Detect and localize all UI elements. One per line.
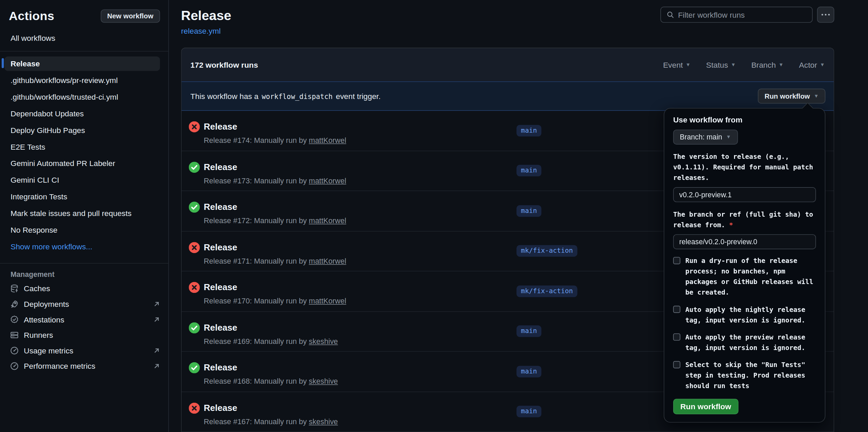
dry-run-checkbox-row[interactable]: Run a dry-run of the release process; no… (673, 256, 816, 298)
run-title[interactable]: Release (204, 242, 237, 252)
filter-workflow-runs-input-box[interactable] (660, 7, 813, 23)
nightly-tag-checkbox[interactable] (673, 306, 680, 313)
main-content: Release release.yml 172 workflow runs Ev… (169, 0, 868, 432)
run-description: Release #173: Manually run by mattKorwel (204, 177, 346, 185)
runs-count: 172 workflow runs (190, 60, 258, 69)
gauge-icon (10, 346, 19, 355)
sidebar-item-gemini-pr-labeler[interactable]: Gemini Automated PR Labeler (0, 155, 168, 172)
version-input[interactable] (673, 187, 816, 202)
management-item-label: Attestations (24, 315, 148, 324)
run-title[interactable]: Release (204, 403, 237, 413)
branch-badge[interactable]: main (516, 326, 541, 337)
skip-tests-checkbox[interactable] (673, 361, 680, 368)
workflow-dispatch-banner: This workflow has a workflow_dispatch ev… (182, 81, 834, 111)
branch-badge[interactable]: main (516, 205, 541, 217)
ref-help-text: The branch or ref (full git sha) to rele… (673, 209, 816, 230)
event-filter-dropdown[interactable]: Event▼ (663, 60, 691, 69)
rocket-icon (10, 300, 19, 309)
run-title[interactable]: Release (204, 282, 237, 292)
new-workflow-button[interactable]: New workflow (101, 10, 160, 23)
server-icon (10, 331, 19, 339)
required-asterisk: * (729, 221, 733, 229)
branch-filter-dropdown[interactable]: Branch▼ (751, 60, 784, 69)
sidebar-item-all-workflows[interactable]: All workflows (0, 30, 168, 47)
page-title: Release (181, 8, 231, 23)
failure-icon (189, 121, 200, 133)
main-header: Release release.yml (169, 0, 868, 44)
sidebar-item-usage-metrics[interactable]: Usage metrics (0, 343, 168, 359)
status-filter-dropdown[interactable]: Status▼ (706, 60, 736, 69)
actor-filter-dropdown[interactable]: Actor▼ (799, 60, 825, 69)
checkbox-label: Auto apply the preview release tag, inpu… (685, 332, 816, 353)
sidebar-item-trusted-ci[interactable]: .github/workflows/trusted-ci.yml (0, 89, 168, 105)
management-heading: Management (0, 264, 168, 281)
success-icon (189, 202, 200, 213)
run-title[interactable]: Release (204, 363, 237, 372)
actor-link[interactable]: skeshive (309, 417, 338, 426)
gauge-icon (10, 362, 19, 370)
management-item-label: Usage metrics (24, 346, 148, 355)
branch-select-dropdown[interactable]: Branch: main▼ (673, 130, 738, 145)
sidebar-item-no-response[interactable]: No Response (0, 221, 168, 238)
chevron-down-icon: ▼ (726, 135, 731, 140)
sidebar-item-mark-stale[interactable]: Mark stale issues and pull requests (0, 205, 168, 221)
sidebar-item-runners[interactable]: Runners (0, 327, 168, 343)
chevron-down-icon: ▼ (686, 62, 691, 67)
branch-badge[interactable]: main (516, 366, 541, 377)
branch-badge[interactable]: main (516, 125, 541, 136)
preview-tag-checkbox-row[interactable]: Auto apply the preview release tag, inpu… (673, 332, 816, 353)
preview-tag-checkbox[interactable] (673, 333, 680, 340)
chevron-down-icon: ▼ (779, 62, 784, 67)
sidebar-item-dependabot-updates[interactable]: Dependabot Updates (0, 105, 168, 122)
actor-link[interactable]: mattKorwel (309, 177, 346, 185)
management-item-label: Performance metrics (24, 362, 148, 370)
run-description: Release #171: Manually run by mattKorwel (204, 257, 346, 265)
skip-tests-checkbox-row[interactable]: Select to skip the "Run Tests" step in t… (673, 360, 816, 392)
run-title[interactable]: Release (204, 202, 237, 212)
run-description: Release #174: Manually run by mattKorwel (204, 136, 346, 145)
actor-link[interactable]: mattKorwel (309, 297, 346, 305)
sidebar-item-deployments[interactable]: Deployments (0, 296, 168, 312)
actor-link[interactable]: mattKorwel (309, 257, 346, 265)
actor-link[interactable]: mattKorwel (309, 136, 346, 145)
actor-link[interactable]: skeshive (309, 337, 338, 345)
workflow-options-kebab-button[interactable] (817, 7, 834, 23)
show-more-workflows-link[interactable]: Show more workflows... (0, 238, 168, 255)
actions-sidebar: Actions New workflow All workflows Relea… (0, 0, 169, 432)
sidebar-item-deploy-github-pages[interactable]: Deploy GitHub Pages (0, 122, 168, 138)
actor-link[interactable]: mattKorwel (309, 217, 346, 225)
search-input[interactable] (678, 10, 806, 19)
nightly-tag-checkbox-row[interactable]: Auto apply the nightly release tag, inpu… (673, 305, 816, 326)
dry-run-checkbox[interactable] (673, 257, 680, 264)
branch-badge[interactable]: main (516, 165, 541, 177)
sidebar-item-pr-review[interactable]: .github/workflows/pr-review.yml (0, 72, 168, 89)
sidebar-item-performance-metrics[interactable]: Performance metrics (0, 358, 168, 374)
branch-badge[interactable]: main (516, 406, 541, 417)
search-icon (666, 11, 674, 19)
run-workflow-submit-button[interactable]: Run workflow (673, 399, 738, 414)
run-title[interactable]: Release (204, 322, 237, 332)
use-workflow-from-heading: Use workflow from (673, 115, 816, 124)
sidebar-item-gemini-cli-ci[interactable]: Gemini CLI CI (0, 172, 168, 188)
run-description: Release #168: Manually run by skeshive (204, 377, 338, 385)
sidebar-item-caches[interactable]: Caches (0, 281, 168, 296)
run-title[interactable]: Release (204, 162, 237, 172)
checkbox-label: Auto apply the nightly release tag, inpu… (685, 305, 816, 326)
selected-accent-bar (2, 58, 4, 68)
branch-badge[interactable]: mk/fix-action (516, 285, 577, 297)
external-link-icon (153, 300, 160, 308)
success-icon (189, 162, 200, 173)
chevron-down-icon: ▼ (820, 62, 825, 67)
sidebar-item-release[interactable]: Release (4, 56, 160, 71)
run-workflow-dropdown-button[interactable]: Run workflow▼ (758, 89, 825, 104)
success-icon (189, 322, 200, 333)
sidebar-item-attestations[interactable]: Attestations (0, 312, 168, 328)
workflow-file-link[interactable]: release.yml (181, 27, 221, 35)
run-title[interactable]: Release (204, 122, 237, 132)
sidebar-item-e2e-tests[interactable]: E2E Tests (0, 138, 168, 155)
branch-badge[interactable]: mk/fix-action (516, 245, 577, 257)
external-link-icon (153, 347, 160, 354)
sidebar-item-integration-tests[interactable]: Integration Tests (0, 188, 168, 205)
ref-input[interactable] (673, 234, 816, 249)
actor-link[interactable]: skeshive (309, 377, 338, 385)
